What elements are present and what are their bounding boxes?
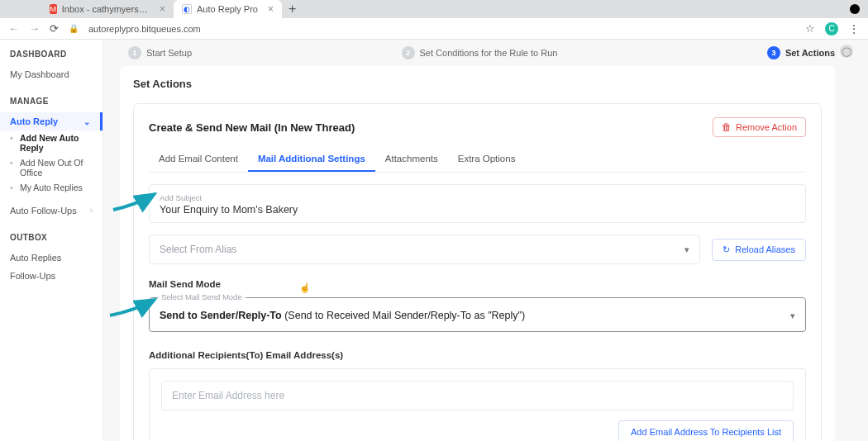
chevron-down-icon: ⌄ bbox=[83, 117, 90, 126]
sidebar-item-auto-reply[interactable]: Auto Reply ⌄ bbox=[0, 112, 103, 130]
sidebar-sub-out-of-office[interactable]: Add New Out Of Office bbox=[0, 155, 103, 180]
trash-icon: 🗑 bbox=[722, 121, 732, 133]
mail-send-mode-value: Send to Sender/Reply-To (Send to Receive… bbox=[160, 310, 525, 321]
tab-mail-settings[interactable]: Mail Additional Settings bbox=[248, 147, 375, 172]
mode-bold: Send to Sender/Reply-To bbox=[160, 310, 282, 321]
chevron-right-icon: › bbox=[90, 206, 93, 215]
reload-icon[interactable]: ⟳ bbox=[50, 22, 59, 35]
step-conditions[interactable]: 2Set Conditions for the Rule to Run bbox=[402, 46, 558, 59]
recipient-email-input[interactable] bbox=[161, 381, 794, 410]
tab-app-title: Auto Reply Pro bbox=[197, 4, 258, 14]
profile-avatar[interactable]: C bbox=[825, 22, 838, 36]
step-label: Set Conditions for the Rule to Run bbox=[420, 48, 558, 58]
sidebar-item-outbox-auto[interactable]: Auto Replies bbox=[0, 249, 103, 267]
sidebar-heading-outbox: OUTBOX bbox=[0, 233, 103, 242]
sidebar-heading-manage: MANAGE bbox=[0, 97, 103, 106]
gmail-favicon-icon: M bbox=[50, 4, 57, 14]
url-bar: ← → ⟳ 🔒 autoreplypro.bitqueues.com ☆ C ⋮ bbox=[0, 18, 868, 40]
additional-recipients-box: Add Email Address To Recipients List bbox=[149, 368, 806, 441]
sidebar-item-outbox-follow[interactable]: Follow-Ups bbox=[0, 267, 103, 285]
sidebar-sub-my-replies[interactable]: My Auto Replies bbox=[0, 180, 103, 195]
tab-gmail-title: Inbox - cathymyers166@gmai bbox=[62, 4, 150, 14]
content-panel: Set Actions Create & Send New Mail (In N… bbox=[120, 66, 835, 441]
browser-menu-icon[interactable]: ⋮ bbox=[848, 22, 860, 36]
step-label: Start Setup bbox=[146, 48, 192, 58]
app-user-avatar-icon[interactable]: ◯ bbox=[840, 45, 853, 58]
wizard-stepper: 1Start Setup 2Set Conditions for the Rul… bbox=[103, 40, 868, 66]
tab-attachments[interactable]: Attachments bbox=[375, 147, 448, 172]
reload-icon: ↻ bbox=[723, 244, 730, 255]
remove-action-label: Remove Action bbox=[736, 122, 797, 132]
tab-strip: M Inbox - cathymyers166@gmai × ◐ Auto Re… bbox=[0, 0, 868, 18]
mail-send-mode-select[interactable]: Select Mail Send Mode Send to Sender/Rep… bbox=[149, 297, 806, 332]
lock-icon: 🔒 bbox=[69, 24, 79, 33]
card-title: Create & Send New Mail (In New Thread) bbox=[149, 121, 355, 134]
add-recipient-button[interactable]: Add Email Address To Recipients List bbox=[618, 420, 794, 441]
sidebar-item-dashboard[interactable]: My Dashboard bbox=[0, 65, 103, 83]
close-tab-icon[interactable]: × bbox=[268, 3, 274, 15]
step-start[interactable]: 1Start Setup bbox=[128, 46, 192, 59]
tab-gmail[interactable]: M Inbox - cathymyers166@gmai × bbox=[41, 0, 174, 18]
mail-send-mode-heading: Mail Send Mode bbox=[149, 279, 806, 289]
step-actions[interactable]: 3Set Actions bbox=[767, 46, 835, 59]
tab-extra-options[interactable]: Extra Options bbox=[448, 147, 526, 172]
bookmark-icon[interactable]: ☆ bbox=[805, 22, 815, 35]
sidebar-item-label: Auto Reply bbox=[10, 116, 58, 126]
section-title: Set Actions bbox=[120, 66, 835, 95]
main-content: ◯ 1Start Setup 2Set Conditions for the R… bbox=[103, 40, 868, 441]
sidebar-sub-add-rule[interactable]: Add New Auto Reply bbox=[0, 130, 103, 155]
browser-account-icon[interactable] bbox=[850, 4, 860, 14]
subject-input[interactable] bbox=[160, 204, 795, 216]
reload-aliases-label: Reload Aliases bbox=[735, 244, 795, 254]
tab-email-content[interactable]: Add Email Content bbox=[149, 147, 248, 172]
url-text[interactable]: autoreplypro.bitqueues.com bbox=[88, 24, 795, 34]
close-tab-icon[interactable]: × bbox=[160, 3, 165, 15]
subject-label: Add Subject bbox=[160, 193, 795, 202]
sidebar: DASHBOARD My Dashboard MANAGE Auto Reply… bbox=[0, 40, 103, 441]
chevron-down-icon: ▾ bbox=[684, 244, 689, 255]
mode-rest: (Send to Received Mail Sender/Reply-To a… bbox=[282, 310, 525, 321]
alias-placeholder: Select From Alias bbox=[160, 244, 236, 255]
forward-icon[interactable]: → bbox=[29, 22, 40, 35]
step-label: Set Actions bbox=[785, 48, 835, 58]
chevron-down-icon: ▾ bbox=[790, 311, 795, 321]
alias-select[interactable]: Select From Alias ▾ bbox=[149, 235, 700, 264]
mail-send-mode-label: Select Mail Send Mode bbox=[158, 292, 246, 301]
app-frame: DASHBOARD My Dashboard MANAGE Auto Reply… bbox=[0, 40, 868, 441]
remove-action-button[interactable]: 🗑 Remove Action bbox=[713, 117, 806, 137]
action-card: Create & Send New Mail (In New Thread) 🗑… bbox=[133, 103, 822, 441]
card-tabs: Add Email Content Mail Additional Settin… bbox=[149, 147, 806, 173]
reload-aliases-button[interactable]: ↻ Reload Aliases bbox=[712, 239, 806, 261]
new-tab-button[interactable]: + bbox=[289, 2, 296, 17]
subject-field-wrap[interactable]: Add Subject bbox=[149, 184, 806, 223]
additional-recipients-heading: Additional Recipients(To) Email Address(… bbox=[149, 350, 806, 360]
tab-autoreplypro[interactable]: ◐ Auto Reply Pro × bbox=[174, 0, 282, 18]
sidebar-heading-dashboard: DASHBOARD bbox=[0, 50, 103, 59]
sidebar-item-label: Auto Follow-Ups bbox=[10, 206, 77, 216]
app-favicon-icon: ◐ bbox=[182, 4, 192, 14]
back-icon[interactable]: ← bbox=[8, 22, 19, 35]
sidebar-item-followups[interactable]: Auto Follow-Ups › bbox=[0, 202, 103, 220]
